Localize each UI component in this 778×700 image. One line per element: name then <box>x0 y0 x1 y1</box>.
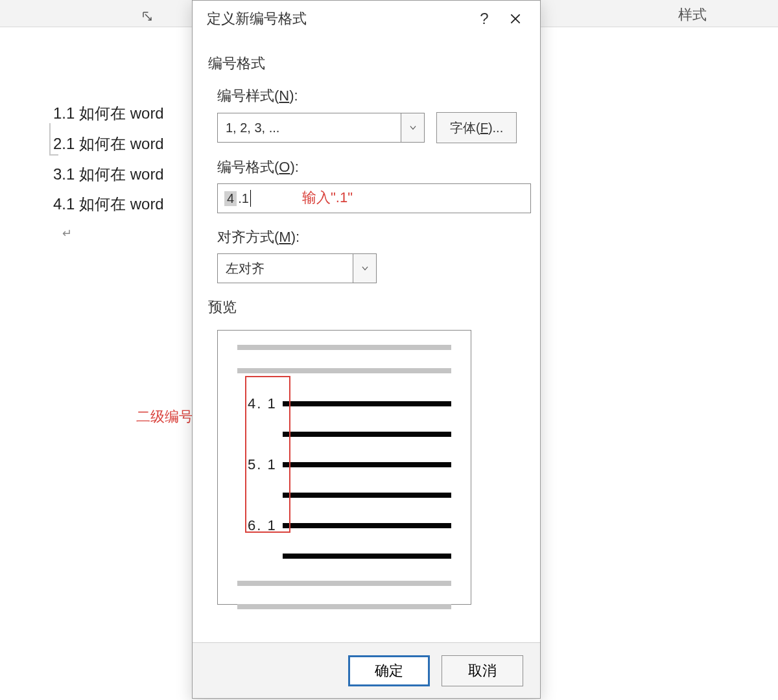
preview-numbered-item: 6. 1 <box>237 517 451 534</box>
doc-line: 1.1 如何在 word <box>53 99 194 129</box>
cancel-button[interactable]: 取消 <box>442 655 523 686</box>
doc-line: 3.1 如何在 word <box>53 159 194 190</box>
preview-numbered-item: 5. 1 <box>237 456 451 473</box>
paragraph-mark-icon: ↵ <box>62 222 194 245</box>
doc-line: 4.1 如何在 word <box>53 189 194 220</box>
preview-line <box>283 401 451 406</box>
number-format-input[interactable]: 4.1 输入".1" <box>217 183 531 213</box>
dialog-launcher-icon[interactable] <box>134 4 153 22</box>
alignment-value: 左对齐 <box>218 260 353 277</box>
chevron-down-icon[interactable] <box>401 113 424 142</box>
number-format-prefix: 4 <box>224 191 237 206</box>
preview-line <box>237 604 451 609</box>
document-body: 1.1 如何在 word 2.1 如何在 word 3.1 如何在 word 4… <box>0 27 194 245</box>
define-number-format-dialog: 定义新编号格式 ? 编号格式 编号样式(N): 1, 2, 3, ... 字体(… <box>192 0 541 699</box>
number-style-value: 1, 2, 3, ... <box>218 121 401 135</box>
text-caret <box>250 190 251 207</box>
ribbon-group-styles: 样式 <box>678 5 707 25</box>
dialog-titlebar[interactable]: 定义新编号格式 ? <box>193 1 540 37</box>
dialog-title: 定义新编号格式 <box>207 9 307 29</box>
cursor-corner-icon <box>49 123 58 156</box>
label-number-style: 编号样式(N): <box>217 86 525 106</box>
preview-box: 4. 1 5. 1 6. 1 <box>217 330 471 605</box>
preview-number: 6. 1 <box>237 517 283 534</box>
preview-line <box>237 581 451 586</box>
close-icon[interactable] <box>500 5 531 32</box>
section-preview: 预览 <box>208 298 525 317</box>
alignment-combo[interactable]: 左对齐 <box>217 253 377 283</box>
number-format-suffix: .1 <box>238 191 249 206</box>
annotation-second-level: 二级编号 <box>136 407 193 426</box>
doc-line: 2.1 如何在 word <box>53 129 194 159</box>
preview-number: 5. 1 <box>237 456 283 473</box>
dialog-footer: 确定 取消 <box>193 642 540 698</box>
preview-line <box>283 493 451 498</box>
preview-numbered-item: 4. 1 <box>237 395 451 412</box>
ok-button[interactable]: 确定 <box>348 655 430 686</box>
preview-line <box>237 345 451 350</box>
preview-line <box>283 523 451 528</box>
preview-line <box>283 462 451 467</box>
label-number-format: 编号格式(O): <box>217 158 525 177</box>
preview-line <box>283 432 451 437</box>
preview-number: 4. 1 <box>237 395 283 412</box>
number-style-combo[interactable]: 1, 2, 3, ... <box>217 113 425 143</box>
preview-line <box>237 368 451 373</box>
chevron-down-icon[interactable] <box>353 254 376 283</box>
annotation-input-hint: 输入".1" <box>302 188 353 207</box>
font-button[interactable]: 字体(F)... <box>436 112 517 143</box>
section-number-format: 编号格式 <box>208 54 525 73</box>
help-icon[interactable]: ? <box>469 5 500 32</box>
label-alignment: 对齐方式(M): <box>217 228 525 247</box>
preview-line <box>283 554 451 559</box>
